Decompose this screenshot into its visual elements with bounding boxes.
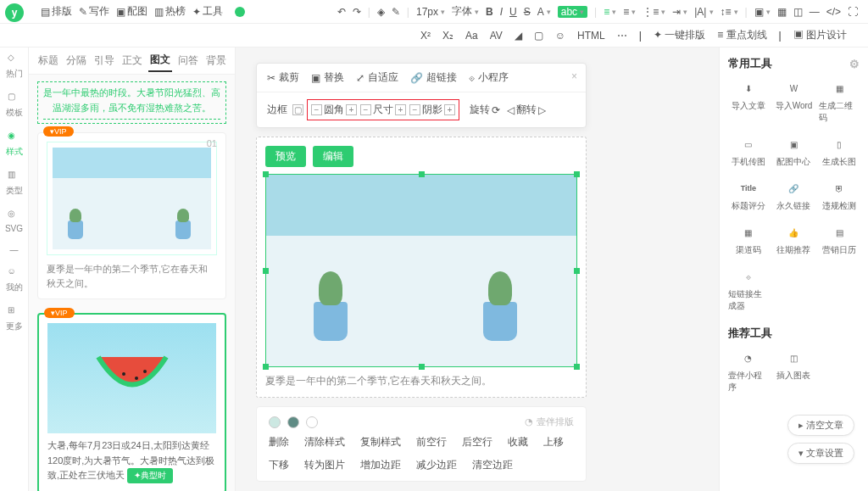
tool-long-image[interactable]: ▯生成长图: [819, 136, 860, 168]
action-after-line[interactable]: 后空行: [462, 435, 492, 449]
underline-button[interactable]: U: [509, 6, 517, 18]
style-card-1[interactable]: ▾VIP 01 夏季是一年中的第二个季节,它在春天和秋天之间。: [37, 132, 226, 299]
tool-phone-upload[interactable]: ▭手机传图: [728, 136, 769, 168]
tool-short-link[interactable]: ⟐短链接生成器: [728, 268, 769, 312]
action-clear-style[interactable]: 清除样式: [304, 435, 345, 449]
font-family-select[interactable]: 字体: [452, 4, 479, 19]
shadow-chip[interactable]: 阴影: [409, 103, 455, 117]
indent-icon[interactable]: ⇥: [672, 6, 687, 18]
bold-button[interactable]: B: [486, 6, 493, 18]
resize-handle[interactable]: [419, 171, 425, 177]
article-settings-button[interactable]: ▾ 文章设置: [787, 443, 854, 464]
resize-handle[interactable]: [574, 364, 580, 370]
fit-button[interactable]: ⤢ 自适应: [356, 70, 398, 85]
rail-svg[interactable]: ◎SVG: [5, 209, 23, 233]
code-icon[interactable]: </>: [826, 6, 841, 18]
selected-image[interactable]: [265, 174, 577, 367]
fullscreen-icon[interactable]: ⛶: [848, 6, 858, 18]
component-icon[interactable]: ◫: [793, 6, 803, 18]
rail-style[interactable]: ◉样式: [6, 131, 23, 158]
tab-divider[interactable]: 分隔: [64, 50, 88, 71]
tool-gen-qr[interactable]: ▦生成二维码: [819, 80, 860, 124]
more-icon[interactable]: ⋯: [617, 30, 627, 42]
insert-icon[interactable]: ▣: [754, 6, 771, 18]
edit-button[interactable]: 编辑: [313, 146, 353, 167]
tool-import-article[interactable]: ⬇导入文章: [728, 80, 769, 124]
format-paint-icon[interactable]: ◈: [377, 6, 385, 18]
one-click-layout[interactable]: ✦ 一键排版: [654, 28, 705, 42]
rail-type[interactable]: ▥类型: [6, 170, 23, 197]
list-icon[interactable]: ⋮≡: [643, 6, 665, 18]
nav-tools[interactable]: ✦ 工具: [192, 4, 223, 19]
tab-guide[interactable]: 引导: [92, 50, 116, 71]
flip-button[interactable]: ◁ 翻转 ▷: [507, 103, 546, 117]
spacing-icon[interactable]: |A|: [694, 6, 713, 18]
nav-write[interactable]: ✎ 写作: [79, 4, 109, 19]
hyperlink-button[interactable]: 🔗 超链接: [410, 70, 457, 85]
pic-design[interactable]: ▣ 图片设计: [793, 28, 849, 42]
align-left-icon[interactable]: ≡: [604, 6, 616, 18]
table-icon[interactable]: ▦: [777, 6, 787, 18]
action-before-line[interactable]: 前空行: [416, 435, 447, 449]
tool-import-word[interactable]: W导入Word: [774, 80, 815, 124]
miniprogram-button[interactable]: ⟐ 小程序: [469, 70, 509, 85]
border-box-icon[interactable]: ▢: [292, 104, 303, 115]
font-size-select[interactable]: 17px: [416, 6, 445, 18]
resize-handle[interactable]: [419, 364, 425, 370]
letter-spacing-icon[interactable]: AV: [490, 30, 503, 42]
undo-icon[interactable]: ↶: [337, 6, 346, 18]
tool-calendar[interactable]: ▤营销日历: [819, 224, 860, 256]
tool-title-score[interactable]: Title标题评分: [728, 180, 769, 212]
eraser-icon[interactable]: ◢: [515, 30, 522, 42]
nav-layout[interactable]: ▤ 排版: [41, 4, 72, 19]
tool-past-rec[interactable]: 👍往期推荐: [774, 224, 815, 256]
radius-chip[interactable]: 圆角: [311, 103, 357, 117]
divider-icon[interactable]: —: [810, 6, 820, 18]
strike-button[interactable]: S: [524, 6, 531, 18]
rail-more[interactable]: ⊞更多: [6, 305, 23, 332]
line-height-icon[interactable]: ↕≡: [721, 6, 738, 18]
tool-miniprogram[interactable]: ◔壹伴小程序: [728, 349, 769, 393]
tab-body[interactable]: 正文: [120, 50, 144, 71]
font-color-button[interactable]: A: [537, 6, 551, 18]
tool-channel-code[interactable]: ▦渠道码: [728, 224, 769, 256]
replace-button[interactable]: ▣ 替换: [311, 70, 344, 85]
size-chip[interactable]: 尺寸: [360, 103, 406, 117]
action-to-image[interactable]: 转为图片: [304, 458, 345, 472]
nav-hot[interactable]: ▥ 热榜: [154, 4, 186, 19]
action-delete[interactable]: 删除: [269, 435, 289, 449]
html-icon[interactable]: HTML: [577, 30, 605, 42]
action-copy-style[interactable]: 复制样式: [360, 435, 401, 449]
tab-qa[interactable]: 问答: [176, 50, 200, 71]
rail-template[interactable]: ▢模板: [6, 92, 23, 119]
resize-handle[interactable]: [574, 171, 580, 177]
highlight-line[interactable]: ≡ 重点划线: [717, 28, 766, 42]
tab-content[interactable]: 是一年中最热的时段。大暑节阳光猛烈、高 温湖湿多雨，虽不免有湿热难熬之苦。 ▾V…: [29, 75, 235, 491]
settings-icon[interactable]: ⚙: [849, 58, 860, 70]
crop-button[interactable]: ✂ 裁剪: [267, 70, 299, 85]
subscript-button[interactable]: X₂: [442, 30, 453, 42]
resize-handle[interactable]: [263, 364, 269, 370]
rail-hot[interactable]: ◇热门: [6, 53, 23, 80]
resize-handle[interactable]: [263, 268, 269, 274]
tab-title[interactable]: 标题: [36, 50, 60, 71]
superscript-button[interactable]: X²: [420, 30, 431, 42]
resize-handle[interactable]: [263, 171, 269, 177]
rotate-button[interactable]: 旋转 ⟳: [470, 103, 500, 117]
action-move-up[interactable]: 上移: [543, 435, 564, 449]
action-favorite[interactable]: 收藏: [508, 435, 528, 449]
action-inc-margin[interactable]: 增加边距: [360, 458, 401, 472]
case-icon[interactable]: Aa: [465, 30, 478, 42]
brush-icon[interactable]: ✎: [392, 6, 400, 18]
tool-image-center[interactable]: ▣配图中心: [774, 136, 815, 168]
highlight-button[interactable]: abc: [558, 6, 587, 18]
close-icon[interactable]: ×: [571, 70, 577, 82]
nav-image[interactable]: ▣ 配图: [116, 4, 147, 19]
action-dec-margin[interactable]: 减少边距: [416, 458, 457, 472]
preview-button[interactable]: 预览: [265, 146, 306, 167]
tool-insert-chart[interactable]: ◫插入图表: [774, 349, 815, 393]
rail-mine[interactable]: ☺我的: [6, 266, 23, 293]
tab-image-text[interactable]: 图文: [148, 49, 172, 72]
link-icon[interactable]: ▢: [534, 30, 543, 42]
resize-handle[interactable]: [574, 268, 580, 274]
